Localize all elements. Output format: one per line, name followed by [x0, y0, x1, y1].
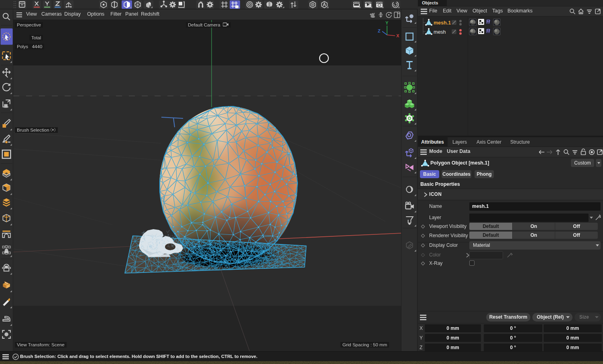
svg-text:Y: Y	[385, 20, 389, 25]
svg-text:Z: Z	[378, 28, 381, 33]
svg-text:mesh.1: mesh.1	[434, 20, 451, 26]
svg-text:mesh: mesh	[434, 29, 446, 35]
svg-text:X: X	[396, 33, 399, 38]
